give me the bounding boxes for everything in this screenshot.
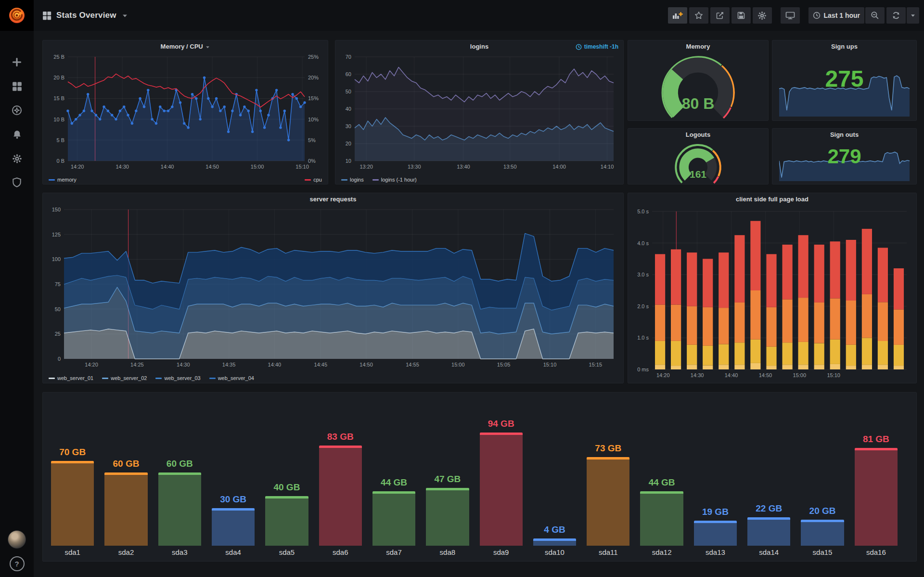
- panel-disk-usage: 70 GBsda160 GBsda260 GBsda330 GBsda440 G…: [42, 392, 917, 562]
- legend-item-logins[interactable]: logins: [341, 177, 364, 183]
- dashboard-grid-icon: [42, 11, 51, 20]
- cycle-view-button[interactable]: [781, 7, 800, 24]
- disk-usage-bargauge[interactable]: 70 GBsda160 GBsda260 GBsda330 GBsda440 G…: [43, 393, 916, 561]
- bar-value-label: 70 GB: [59, 447, 86, 458]
- disk-bar[interactable]: [51, 461, 94, 546]
- svg-text:0: 0: [58, 356, 61, 362]
- user-avatar[interactable]: [8, 530, 26, 549]
- svg-text:3.0 s: 3.0 s: [637, 272, 649, 277]
- dashboard-settings-button[interactable]: [753, 7, 772, 24]
- share-icon: [716, 11, 724, 20]
- disk-bar[interactable]: [426, 488, 469, 546]
- svg-text:13:50: 13:50: [503, 164, 517, 170]
- disk-name-label: sda11: [599, 546, 618, 557]
- bar-value-label: 40 GB: [273, 482, 300, 493]
- bar-value-label: 60 GB: [167, 459, 193, 469]
- add-panel-button[interactable]: [668, 7, 687, 24]
- disk-name-label: sda3: [172, 546, 188, 557]
- disk-bar[interactable]: [587, 457, 629, 546]
- disk-bar[interactable]: [212, 508, 255, 546]
- disk-bar[interactable]: [533, 538, 576, 546]
- disk-name-label: sda14: [759, 546, 779, 557]
- svg-text:70: 70: [346, 54, 351, 60]
- svg-text:14:40: 14:40: [268, 362, 282, 367]
- disk-name-label: sda15: [813, 546, 833, 557]
- logins-chart[interactable]: 1020304050607013:2013:3013:4013:5014:001…: [337, 53, 618, 171]
- disk-bar[interactable]: [104, 472, 147, 546]
- sidebar-item-explore[interactable]: [0, 98, 34, 122]
- disk-bar[interactable]: [319, 446, 362, 546]
- disk-bar[interactable]: [640, 491, 683, 546]
- svg-text:100: 100: [52, 256, 61, 262]
- svg-text:15 B: 15 B: [53, 95, 64, 101]
- svg-text:15:10: 15:10: [543, 362, 557, 367]
- memory-cpu-chart[interactable]: 0 B0%5 B5%10 B10%15 B15%20 B20%25 B25%14…: [45, 53, 326, 171]
- bar-value-label: 22 GB: [756, 503, 782, 514]
- legend-item-cpu[interactable]: cpu: [305, 177, 322, 183]
- grafana-logo[interactable]: [0, 0, 34, 31]
- sidebar-item-create[interactable]: [0, 50, 34, 74]
- disk-bar[interactable]: [480, 433, 523, 546]
- disk-bar[interactable]: [801, 520, 844, 546]
- disk-bar[interactable]: [372, 491, 415, 546]
- star-button[interactable]: [689, 7, 708, 24]
- stat-value: 279: [772, 145, 916, 168]
- svg-text:13:40: 13:40: [457, 164, 470, 170]
- svg-text:15%: 15%: [308, 95, 319, 101]
- panel-client-page-load: client side full page load 0 ms1.0 s2.0 …: [628, 193, 917, 383]
- svg-text:0 B: 0 B: [56, 158, 64, 164]
- svg-text:14:10: 14:10: [601, 164, 614, 170]
- save-button[interactable]: [732, 7, 751, 24]
- share-button[interactable]: [710, 7, 730, 24]
- server-requests-chart[interactable]: 025507510012515014:2014:2514:3014:3514:4…: [45, 206, 619, 369]
- sidebar-item-dashboards[interactable]: [0, 74, 34, 98]
- legend-item-logins-1h[interactable]: logins (-1 hour): [372, 177, 417, 183]
- sidebar-item-server-admin[interactable]: [0, 170, 34, 195]
- help-button[interactable]: ?: [10, 556, 25, 571]
- panel-title[interactable]: Sign outs: [772, 129, 916, 141]
- sidebar-item-configuration[interactable]: [0, 146, 34, 170]
- plus-icon: [12, 57, 22, 67]
- panel-title[interactable]: Memory: [628, 40, 768, 53]
- panel-title[interactable]: Memory / CPU: [43, 40, 328, 53]
- panel-menu-caret-icon[interactable]: [205, 40, 210, 53]
- panel-title[interactable]: client side full page load: [628, 193, 916, 206]
- compass-icon: [12, 105, 22, 116]
- disk-bar[interactable]: [158, 472, 201, 546]
- legend-item-web-server-01[interactable]: web_server_01: [49, 375, 93, 381]
- panel-title[interactable]: Logouts: [628, 129, 768, 141]
- legend-item-web-server-02[interactable]: web_server_02: [102, 375, 147, 381]
- client-page-load-chart[interactable]: 0 ms1.0 s2.0 s3.0 s4.0 s5.0 s14:2014:301…: [630, 208, 912, 380]
- legend-item-web-server-03[interactable]: web_server_03: [155, 375, 200, 381]
- gear-icon: [12, 154, 22, 164]
- panel-title[interactable]: Sign ups: [772, 40, 916, 53]
- dashboard-title[interactable]: Stats Overview: [56, 11, 116, 20]
- disk-name-label: sda6: [333, 546, 348, 557]
- svg-text:40: 40: [346, 106, 351, 112]
- svg-text:14:20: 14:20: [85, 362, 98, 367]
- panel-title[interactable]: server requests: [43, 193, 623, 206]
- bar-value-label: 4 GB: [544, 525, 565, 535]
- bar-value-label: 20 GB: [809, 506, 836, 516]
- legend-item-web-server-04[interactable]: web_server_04: [209, 375, 254, 381]
- top-navbar: Stats Overview: [0, 0, 924, 31]
- svg-text:14:30: 14:30: [177, 362, 190, 367]
- dashboard-dropdown-caret-icon[interactable]: [122, 11, 128, 20]
- disk-name-label: sda4: [225, 546, 241, 557]
- svg-text:25 B: 25 B: [53, 54, 64, 60]
- disk-bar[interactable]: [265, 496, 308, 546]
- refresh-button[interactable]: [886, 7, 906, 24]
- svg-text:14:20: 14:20: [656, 372, 670, 378]
- refresh-interval-dropdown[interactable]: [907, 7, 919, 24]
- zoom-out-icon: [871, 11, 879, 20]
- clock-icon: [576, 44, 582, 50]
- help-glyph: ?: [14, 560, 19, 568]
- disk-bar[interactable]: [855, 448, 898, 546]
- disk-bar[interactable]: [694, 521, 737, 546]
- time-range-picker[interactable]: Last 1 hour: [808, 7, 864, 24]
- sidebar-item-alerting[interactable]: [0, 122, 34, 146]
- zoom-out-button[interactable]: [865, 7, 885, 24]
- svg-text:25%: 25%: [308, 54, 319, 60]
- legend-item-memory[interactable]: memory: [49, 177, 77, 183]
- disk-bar[interactable]: [747, 517, 790, 546]
